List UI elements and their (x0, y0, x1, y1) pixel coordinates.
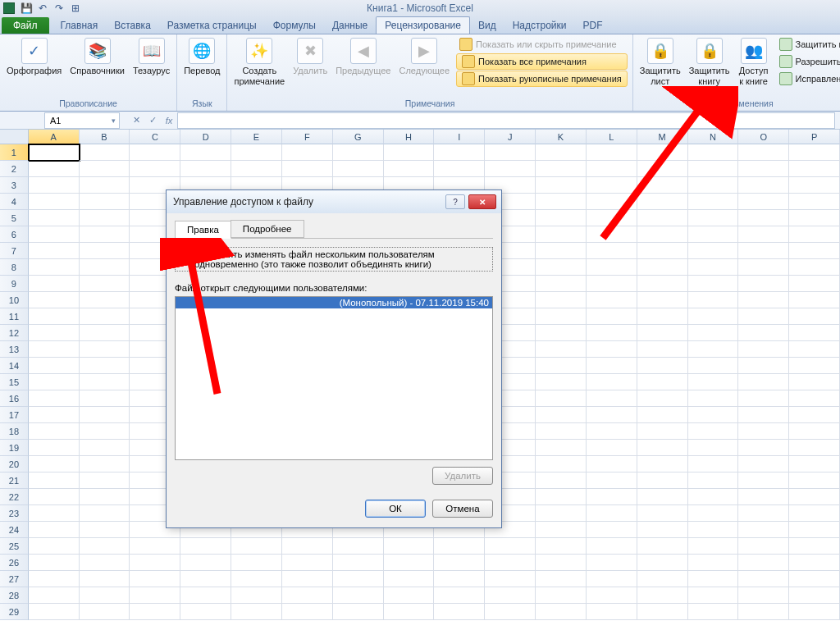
cell[interactable] (688, 423, 739, 440)
cell[interactable] (789, 587, 840, 604)
cell[interactable] (738, 489, 789, 505)
cell[interactable] (789, 226, 840, 243)
cell[interactable] (738, 522, 789, 538)
cell[interactable] (130, 144, 180, 161)
cell[interactable] (688, 226, 739, 243)
cell[interactable] (231, 604, 282, 620)
cell[interactable] (738, 177, 789, 194)
cell[interactable] (587, 308, 637, 325)
formula-input[interactable] (177, 112, 835, 129)
cell[interactable] (536, 505, 587, 522)
cell[interactable] (587, 538, 637, 555)
cell[interactable] (536, 489, 587, 505)
cell[interactable] (738, 456, 789, 472)
cell[interactable] (80, 358, 130, 374)
cell[interactable] (536, 374, 587, 390)
cell[interactable] (637, 407, 688, 423)
row-header[interactable]: 11 (0, 308, 29, 325)
cell[interactable] (536, 522, 587, 538)
cell[interactable] (282, 604, 333, 620)
cell[interactable] (80, 177, 130, 194)
track-changes-button[interactable]: Исправления ▾ (776, 71, 840, 87)
cell[interactable] (536, 456, 587, 472)
cell[interactable] (637, 226, 688, 243)
cell[interactable] (29, 604, 80, 620)
cell[interactable] (536, 604, 587, 620)
cell[interactable] (738, 226, 789, 243)
cell[interactable] (789, 374, 840, 390)
cell[interactable] (637, 440, 688, 456)
cell[interactable] (130, 587, 180, 604)
allow-multiuser-checkbox-row[interactable]: Разрешить изменять файл нескольким польз… (175, 247, 493, 272)
cell[interactable] (536, 259, 587, 276)
cell[interactable] (29, 472, 80, 489)
cell[interactable] (738, 390, 789, 407)
cell[interactable] (536, 407, 587, 423)
cell[interactable] (80, 440, 130, 456)
cell[interactable] (738, 505, 789, 522)
cell[interactable] (789, 144, 840, 161)
row-header[interactable]: 3 (0, 177, 29, 194)
row-header[interactable]: 2 (0, 161, 29, 177)
undo-icon[interactable]: ↶ (36, 2, 49, 15)
cell[interactable] (29, 489, 80, 505)
cell[interactable] (587, 226, 637, 243)
cell[interactable] (587, 440, 637, 456)
cell[interactable] (688, 325, 739, 341)
row-header[interactable]: 13 (0, 341, 29, 358)
row-header[interactable]: 5 (0, 210, 29, 226)
cell[interactable] (738, 407, 789, 423)
row-header[interactable]: 29 (0, 604, 29, 620)
cell[interactable] (789, 472, 840, 489)
cell[interactable] (688, 522, 739, 538)
column-header[interactable]: G (333, 130, 384, 144)
cell[interactable] (688, 144, 739, 161)
row-header[interactable]: 23 (0, 505, 29, 522)
cell[interactable] (688, 538, 739, 555)
cell[interactable] (29, 374, 80, 390)
row-header[interactable]: 18 (0, 423, 29, 440)
row-header[interactable]: 8 (0, 259, 29, 276)
cell[interactable] (434, 161, 485, 177)
protect-workbook-button[interactable]: 🔒Защитить книгу (687, 36, 732, 86)
cell[interactable] (789, 308, 840, 325)
cell[interactable] (637, 325, 688, 341)
cell[interactable] (29, 505, 80, 522)
row-header[interactable]: 17 (0, 407, 29, 423)
cell[interactable] (789, 243, 840, 259)
cell[interactable] (80, 604, 130, 620)
cell[interactable] (738, 440, 789, 456)
cell[interactable] (637, 555, 688, 571)
column-header[interactable]: H (384, 130, 435, 144)
cell[interactable] (587, 259, 637, 276)
cell[interactable] (587, 555, 637, 571)
cell[interactable] (485, 555, 536, 571)
cancel-button[interactable]: Отмена (432, 500, 493, 518)
cell[interactable] (587, 407, 637, 423)
cancel-formula-icon[interactable]: ✕ (128, 113, 144, 128)
cell[interactable] (384, 587, 435, 604)
cell[interactable] (80, 308, 130, 325)
cell[interactable] (80, 522, 130, 538)
cell[interactable] (130, 571, 180, 587)
cell[interactable] (637, 210, 688, 226)
cell[interactable] (384, 571, 435, 587)
column-header[interactable]: B (80, 130, 130, 144)
cell[interactable] (688, 308, 739, 325)
cell[interactable] (637, 456, 688, 472)
cell[interactable] (29, 358, 80, 374)
share-workbook-button[interactable]: 👥Доступ к книге (737, 36, 771, 86)
cell[interactable] (130, 555, 180, 571)
cell[interactable] (80, 226, 130, 243)
cell[interactable] (29, 456, 80, 472)
enter-formula-icon[interactable]: ✓ (144, 113, 161, 128)
cell[interactable] (231, 587, 282, 604)
cell[interactable] (637, 489, 688, 505)
cell[interactable] (688, 292, 739, 308)
cell[interactable] (587, 177, 637, 194)
cell[interactable] (789, 423, 840, 440)
translate-button[interactable]: 🌐Перевод (182, 36, 221, 76)
cell[interactable] (80, 407, 130, 423)
cell[interactable] (789, 489, 840, 505)
row-header[interactable]: 25 (0, 538, 29, 555)
